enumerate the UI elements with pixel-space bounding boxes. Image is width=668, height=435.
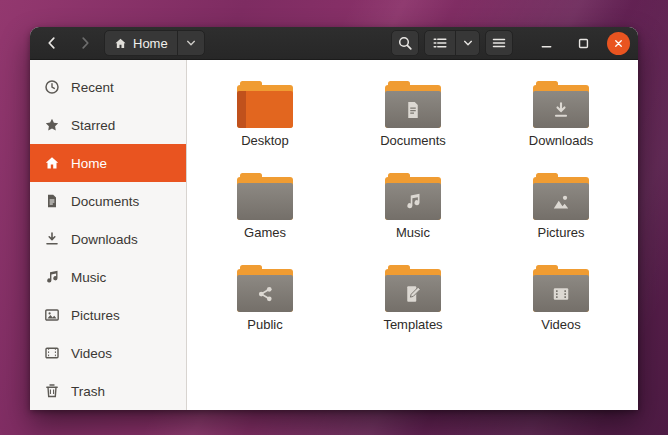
back-icon: [44, 35, 60, 51]
file-label: Pictures: [538, 225, 585, 240]
back-button[interactable]: [38, 30, 66, 56]
folder-icon: [237, 265, 293, 312]
folder-icon: [533, 265, 589, 312]
file-label: Templates: [383, 317, 442, 332]
sidebar-item-label: Starred: [71, 118, 115, 133]
search-icon: [397, 35, 413, 51]
maximize-button[interactable]: [570, 30, 596, 56]
download-emblem: [551, 100, 571, 120]
sidebar-item-label: Trash: [71, 384, 105, 399]
list-view-button[interactable]: [425, 31, 455, 55]
home-icon: [44, 155, 60, 171]
path-bar-button[interactable]: Home: [104, 30, 205, 56]
chevron-down-icon: [185, 37, 197, 49]
video-icon: [44, 345, 60, 361]
forward-button[interactable]: [71, 30, 99, 56]
minimize-button[interactable]: [533, 30, 559, 56]
close-icon: [612, 37, 625, 50]
sidebar: RecentStarredHomeDocumentsDownloadsMusic…: [30, 60, 187, 410]
header-bar[interactable]: Home: [30, 27, 638, 60]
list-view-icon: [432, 35, 448, 51]
desktop-folder-icon: [237, 81, 293, 128]
folder-icon: [385, 81, 441, 128]
folder-icon: [237, 173, 293, 220]
sidebar-item-music[interactable]: Music: [30, 258, 186, 296]
sidebar-item-videos[interactable]: Videos: [30, 334, 186, 372]
file-item-music[interactable]: Music: [339, 166, 487, 258]
path-bar-label: Home: [133, 36, 168, 51]
template-emblem: [403, 284, 423, 304]
image-emblem: [551, 192, 571, 212]
path-dropdown-button[interactable]: [177, 31, 197, 55]
picture-icon: [44, 307, 60, 323]
video-emblem: [551, 284, 571, 304]
clock-icon: [44, 79, 60, 95]
sidebar-item-starred[interactable]: Starred: [30, 106, 186, 144]
sidebar-item-label: Downloads: [71, 232, 138, 247]
minimize-icon: [539, 36, 554, 51]
close-button[interactable]: [607, 32, 630, 55]
folder-icon: [533, 173, 589, 220]
sidebar-item-recent[interactable]: Recent: [30, 68, 186, 106]
music-icon: [44, 269, 60, 285]
file-item-downloads[interactable]: Downloads: [487, 74, 635, 166]
file-item-desktop[interactable]: Desktop: [191, 74, 339, 166]
share-emblem: [255, 284, 275, 304]
view-options-dropdown-button[interactable]: [455, 31, 479, 55]
file-item-templates[interactable]: Templates: [339, 258, 487, 350]
content-area: DesktopDocumentsDownloadsGamesMusicPictu…: [187, 60, 638, 410]
view-toggle-split-button: [424, 30, 480, 56]
files-window: Home: [30, 27, 638, 410]
menu-button[interactable]: [485, 30, 513, 56]
file-item-public[interactable]: Public: [191, 258, 339, 350]
file-item-videos[interactable]: Videos: [487, 258, 635, 350]
sidebar-item-label: Recent: [71, 80, 114, 95]
sidebar-item-home[interactable]: Home: [30, 144, 186, 182]
document-icon: [44, 193, 60, 209]
home-icon: [114, 37, 127, 50]
file-label: Documents: [380, 133, 446, 148]
file-label: Videos: [541, 317, 581, 332]
file-label: Desktop: [241, 133, 289, 148]
maximize-icon: [576, 36, 591, 51]
sidebar-item-pictures[interactable]: Pictures: [30, 296, 186, 334]
music-emblem: [403, 192, 423, 212]
file-label: Downloads: [529, 133, 593, 148]
window-controls: [533, 30, 630, 56]
trash-icon: [44, 383, 60, 399]
search-button[interactable]: [391, 30, 419, 56]
sidebar-item-downloads[interactable]: Downloads: [30, 220, 186, 258]
menu-icon: [491, 35, 507, 51]
sidebar-item-label: Home: [71, 156, 107, 171]
file-item-documents[interactable]: Documents: [339, 74, 487, 166]
file-item-pictures[interactable]: Pictures: [487, 166, 635, 258]
sidebar-item-label: Pictures: [71, 308, 120, 323]
chevron-down-icon: [462, 37, 474, 49]
folder-icon: [385, 265, 441, 312]
sidebar-item-label: Music: [71, 270, 106, 285]
file-label: Music: [396, 225, 430, 240]
file-label: Games: [244, 225, 286, 240]
folder-icon: [533, 81, 589, 128]
forward-icon: [77, 35, 93, 51]
download-icon: [44, 231, 60, 247]
star-icon: [44, 117, 60, 133]
file-label: Public: [247, 317, 282, 332]
folder-icon: [385, 173, 441, 220]
file-item-games[interactable]: Games: [191, 166, 339, 258]
sidebar-item-trash[interactable]: Trash: [30, 372, 186, 410]
sidebar-item-documents[interactable]: Documents: [30, 182, 186, 220]
sidebar-item-label: Videos: [71, 346, 112, 361]
file-grid: DesktopDocumentsDownloadsGamesMusicPictu…: [187, 60, 638, 350]
document-emblem: [403, 100, 423, 120]
sidebar-item-label: Documents: [71, 194, 139, 209]
